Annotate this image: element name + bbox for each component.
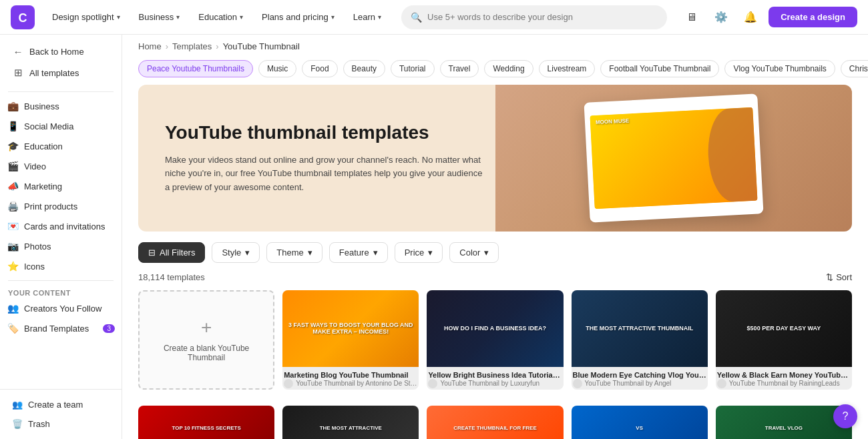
main-layout: ← Back to Home ⊞ All templates 💼Business… [0,35,868,439]
plus-icon: + [201,317,212,338]
sidebar-item-business[interactable]: 💼Business [0,96,122,116]
chevron-down-icon: ▾ [428,248,433,258]
category-tag[interactable]: Football YouTube Thumbnail [600,60,719,77]
template-card[interactable]: TRAVEL VLOG [716,406,852,439]
card-title: Yellow Bright Business Idea Tutorial S..… [428,371,562,379]
sidebar: ← Back to Home ⊞ All templates 💼Business… [0,35,122,439]
nav-design-spotlight[interactable]: Design spotlight ▾ [45,8,127,26]
sidebar-item-creators-you-follow[interactable]: 👥Creators You Follow [0,298,122,318]
template-thumbnail: HOW DO I FIND A BUSINESS IDEA? [427,290,563,367]
sidebar-item-brand-templates[interactable]: 🏷️Brand Templates3 [0,318,122,338]
search-bar[interactable]: 🔍 [401,5,667,29]
all-filters-button[interactable]: ⊟ All Filters [138,242,205,263]
category-icon: 🎓 [7,141,19,151]
help-button[interactable]: ? [833,404,857,428]
template-thumbnail: TOP 10 FITNESS SECRETS [138,406,274,439]
category-tag[interactable]: Travel [440,60,479,77]
category-tag[interactable]: Vlog YouTube Thumbnails [724,60,835,77]
category-tags-row: Peace Youtube ThumbnailsMusicFoodBeautyT… [122,55,868,85]
category-tag[interactable]: Food [302,60,337,77]
category-tag[interactable]: Tutorial [391,60,435,77]
chevron-down-icon: ▾ [117,13,120,21]
templates-grid-row2: TOP 10 FITNESS SECRETS THE MOST ATTRACTI… [122,406,868,439]
card-info: Marketing Blog YouTube Thumbnail YouTube… [282,367,419,390]
breadcrumb-home[interactable]: Home [138,41,162,51]
sidebar-item-photos[interactable]: 📷Photos [0,236,122,256]
chevron-down-icon: ▾ [240,13,243,21]
category-icon: 📱 [7,121,19,131]
sidebar-item-icons[interactable]: ⭐Icons [0,256,122,276]
style-filter-button[interactable]: Style ▾ [212,242,260,263]
category-tag[interactable]: Wedding [484,60,533,77]
bottom-icon: 🗑️ [12,419,23,429]
price-filter-button[interactable]: Price ▾ [395,242,443,263]
template-card[interactable]: THE MOST ATTRACTIVE THUMBNAIL Blue Moder… [572,290,708,390]
sidebar-back-home[interactable]: ← Back to Home [5,41,116,62]
theme-filter-button[interactable]: Theme ▾ [266,242,322,263]
sidebar-item-cards-and-invitations[interactable]: 💌Cards and invitations [0,216,122,236]
templates-meta: 18,114 templates ⇅ Sort [122,270,868,290]
nav-business[interactable]: Business ▾ [132,8,187,26]
category-tag[interactable]: Beauty [343,60,385,77]
sidebar-bottom-list: 👥Create a team🗑️Trash [5,395,116,434]
sidebar-item-print-products[interactable]: 🖨️Print products [0,196,122,216]
category-tag[interactable]: Livestream [539,60,596,77]
search-input[interactable] [427,12,658,22]
your-content-label: Your Content [0,285,122,298]
sidebar-item-marketing[interactable]: 📣Marketing [0,176,122,196]
sort-button[interactable]: ⇅ Sort [826,272,852,282]
template-card[interactable]: 3 FAST WAYS TO BOOST YOUR BLOG AND MAKE … [282,290,419,390]
arrow-left-icon: ← [12,46,24,57]
card-author: YouTube Thumbnail by RainingLeads [729,380,840,387]
template-card[interactable]: CREATE THUMBNAIL FOR FREE [427,406,563,439]
sidebar-item-create-a-team[interactable]: 👥Create a team [5,395,116,414]
breadcrumb-current: YouTube Thumbnail [223,41,300,51]
canva-logo[interactable]: C [11,5,35,29]
hero-tablet-mock: Moon Muse [584,93,763,222]
nav-plans-pricing[interactable]: Plans and pricing ▾ [255,8,341,26]
sidebar-item-video[interactable]: 🎬Video [0,156,122,176]
chevron-down-icon: ▾ [308,248,312,258]
chevron-down-icon: ▾ [378,13,381,21]
sidebar-all-templates[interactable]: ⊞ All templates [5,62,116,83]
category-tag[interactable]: Peace Youtube Thumbnails [138,60,253,77]
template-card[interactable]: $500 PER DAY EASY WAY Yellow & Black Ear… [716,290,852,390]
nav-education[interactable]: Education ▾ [192,8,250,26]
category-icon: 💌 [7,221,19,232]
breadcrumb-templates[interactable]: Templates [172,41,212,51]
card-info: Yellow Bright Business Idea Tutorial S..… [427,367,563,390]
chevron-down-icon: ▾ [484,248,489,258]
sidebar-item-trash[interactable]: 🗑️Trash [5,414,116,434]
template-thumbnail: CREATE THUMBNAIL FOR FREE [427,406,563,439]
card-author: YouTube Thumbnail by Antonino De Stefano [296,380,417,387]
category-icon: 🎬 [7,161,19,171]
sidebar-category-list: 💼Business📱Social Media🎓Education🎬Video📣M… [0,96,122,276]
settings-icon-btn[interactable]: ⚙️ [710,6,732,29]
breadcrumb-sep-1: › [166,41,168,51]
create-design-button[interactable]: Create a design [769,7,857,27]
author-avatar [428,379,437,388]
template-card[interactable]: HOW DO I FIND A BUSINESS IDEA? Yellow Br… [427,290,563,390]
nav-learn[interactable]: Learn ▾ [347,8,388,26]
breadcrumb-sep-2: › [216,41,218,51]
category-tag[interactable]: Music [258,60,296,77]
create-blank-label: Create a blank YouTube Thumbnail [140,344,273,362]
sidebar-item-social-media[interactable]: 📱Social Media [0,116,122,136]
author-avatar [717,379,726,388]
template-card[interactable]: THE MOST ATTRACTIVE [282,406,419,439]
hero-title: YouTube thumbnail templates [165,121,483,144]
top-navigation: C Design spotlight ▾ Business ▾ Educatio… [0,0,868,35]
svg-text:C: C [19,11,27,25]
color-filter-button[interactable]: Color ▾ [449,242,499,263]
category-tag[interactable]: Christmas YouTube Thumbnail [841,60,868,77]
sidebar-item-education[interactable]: 🎓Education [0,136,122,156]
template-card[interactable]: VS [572,406,708,439]
notification-icon-btn[interactable]: 🔔 [739,6,762,29]
category-icon: 📣 [7,181,19,191]
feature-filter-button[interactable]: Feature ▾ [329,242,388,263]
filters-bar: ⊟ All Filters Style ▾ Theme ▾ Feature ▾ … [122,242,868,270]
template-card[interactable]: TOP 10 FITNESS SECRETS [138,406,274,439]
create-blank-card[interactable]: + Create a blank YouTube Thumbnail [138,290,274,390]
monitor-icon-btn[interactable]: 🖥 [680,6,703,29]
sidebar-divider-1 [8,91,114,92]
